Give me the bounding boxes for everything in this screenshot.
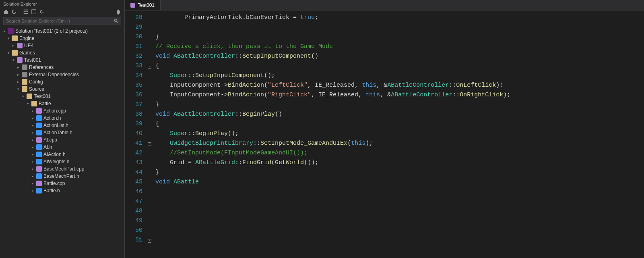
fold-cell — [147, 158, 152, 168]
tree-project-test001[interactable]: ▾Test001 — [2, 56, 124, 64]
tree-folder-config[interactable]: ▸Config — [2, 78, 124, 85]
file-icon — [36, 188, 42, 194]
tree-file[interactable]: ▸BaseMechPart.cpp — [2, 165, 124, 173]
tree-label: References — [29, 64, 54, 71]
tree-file[interactable]: ▸BaseMechPart.h — [2, 173, 124, 180]
line-number: 49 — [125, 216, 142, 226]
tree-file[interactable]: ▸AIWeights.h — [2, 158, 124, 165]
code-line[interactable]: void ABattleController::BeginPlay() — [155, 110, 644, 119]
code-line[interactable]: void ABattleController::SetupInputCompon… — [155, 52, 644, 61]
tree-file[interactable]: ▸Action.h — [2, 114, 124, 122]
tree-file[interactable]: ▸Action.cpp — [2, 107, 124, 114]
toolbar-separator: · — [19, 9, 21, 15]
file-label: Battle.h — [43, 187, 60, 194]
folder-icon — [31, 101, 37, 106]
show-all-icon[interactable] — [31, 9, 37, 15]
fold-cell — [147, 119, 152, 129]
file-label: Action.h — [43, 115, 61, 121]
line-number: 47 — [125, 197, 142, 206]
editor-tabbar: Test001 — [125, 0, 644, 10]
code-line[interactable]: UWidgetBlueprintLibrary::SetInputMode_Ga… — [155, 139, 644, 148]
code-line[interactable]: // Receive a click, then pass it to the … — [155, 42, 644, 52]
line-number: 36 — [125, 90, 142, 100]
project-icon — [17, 57, 23, 63]
file-label: AI.cpp — [43, 137, 57, 143]
line-number: 42 — [125, 148, 142, 158]
tree-folder-source[interactable]: ▾Source — [2, 85, 124, 93]
line-number: 48 — [125, 206, 142, 216]
tree-file[interactable]: ▸Battle.h — [2, 187, 124, 194]
code-line[interactable]: { — [155, 119, 644, 129]
line-number: 29 — [125, 23, 142, 32]
fold-toggle-icon[interactable]: - — [148, 142, 151, 146]
code-line[interactable]: } — [155, 100, 644, 110]
collapse-icon[interactable] — [23, 9, 29, 15]
refresh-icon[interactable] — [39, 9, 45, 15]
fold-cell — [147, 100, 152, 110]
solution-node[interactable]: ▸Solution 'Test001' (2 of 2 projects) — [2, 27, 124, 35]
sync-icon[interactable] — [11, 9, 17, 15]
fold-toggle-icon[interactable]: - — [148, 65, 151, 69]
tree-project-ue4[interactable]: ▸UE4 — [2, 42, 124, 49]
home-icon[interactable] — [3, 9, 9, 15]
cpp-file-icon — [130, 3, 135, 8]
file-icon — [36, 137, 42, 143]
fold-column: - - - — [147, 10, 152, 258]
tree-file[interactable]: ▸ActionTable.h — [2, 129, 124, 136]
tree-label: Games — [19, 50, 35, 56]
code-line[interactable] — [155, 23, 644, 32]
tree-folder-engine[interactable]: ▾Engine — [2, 35, 124, 42]
code-line[interactable]: } — [155, 32, 644, 42]
fold-cell: - — [147, 61, 152, 71]
tree-external-deps[interactable]: ▸External Dependencies — [2, 71, 124, 78]
code-line[interactable]: Super::SetupInputComponent(); — [155, 71, 644, 81]
tree-label: Engine — [19, 35, 34, 42]
tree-folder-battle[interactable]: ▾Battle — [2, 100, 124, 107]
code-line[interactable]: void ABattle — [155, 177, 644, 187]
code-line[interactable]: { — [155, 61, 644, 71]
file-icon — [36, 181, 42, 186]
code-line[interactable]: InputComponent->BindAction("RightClick",… — [155, 90, 644, 100]
file-label: AIWeights.h — [43, 158, 69, 165]
search-icon[interactable] — [114, 19, 119, 25]
tree-file[interactable]: ▸ActionList.h — [2, 122, 124, 129]
line-number: 44 — [125, 168, 142, 177]
tree-references[interactable]: ▸References — [2, 64, 124, 71]
file-icon — [36, 173, 42, 179]
solution-label: Solution 'Test001' (2 of 2 projects) — [15, 28, 88, 34]
code-content[interactable]: PrimaryActorTick.bCanEverTick = true; }/… — [152, 10, 644, 258]
code-area[interactable]: 2829303132333435363738394041424344454647… — [125, 10, 644, 258]
code-line[interactable]: InputComponent->BindAction("LeftClick", … — [155, 81, 644, 90]
file-label: AIAction.h — [43, 151, 66, 158]
fold-toggle-icon[interactable]: - — [148, 239, 151, 243]
file-label: BaseMechPart.cpp — [43, 166, 84, 172]
file-label: BaseMechPart.h — [43, 173, 79, 179]
tree-folder-test001-src[interactable]: ▾Test001 — [2, 93, 124, 100]
line-number: 41 — [125, 139, 142, 148]
folder-icon — [12, 35, 18, 41]
tree-file[interactable]: ▸AI.h — [2, 144, 124, 151]
solution-search-input[interactable] — [3, 17, 121, 25]
code-line[interactable]: } — [155, 168, 644, 177]
editor-tab-active[interactable]: Test001 — [125, 0, 161, 10]
code-editor: Test001 28293031323334353637383940414243… — [125, 0, 644, 258]
line-number: 35 — [125, 81, 142, 90]
tree-file[interactable]: ▸Battle.cpp — [2, 180, 124, 187]
line-number: 45 — [125, 177, 142, 187]
code-line[interactable]: Grid = ABattleGrid::FindGrid(GetWorld())… — [155, 158, 644, 168]
folder-icon — [22, 86, 27, 92]
fold-cell — [147, 52, 152, 61]
solution-icon — [8, 28, 14, 34]
tab-label: Test001 — [138, 2, 155, 8]
code-line[interactable]: //SetInputMode(FInputModeGameAndUI()); — [155, 148, 644, 158]
code-line[interactable]: Super::BeginPlay(); — [155, 129, 644, 139]
tree-file[interactable]: ▸AI.cpp — [2, 136, 124, 144]
tree-folder-games[interactable]: ▾Games — [2, 49, 124, 56]
properties-icon[interactable] — [116, 9, 121, 15]
code-line[interactable]: PrimaryActorTick.bCanEverTick = true; — [155, 13, 644, 23]
line-number: 46 — [125, 187, 142, 197]
folder-icon — [12, 50, 18, 56]
tree-file[interactable]: ▸AIAction.h — [2, 151, 124, 158]
file-icon — [36, 152, 42, 157]
references-icon — [22, 64, 27, 70]
